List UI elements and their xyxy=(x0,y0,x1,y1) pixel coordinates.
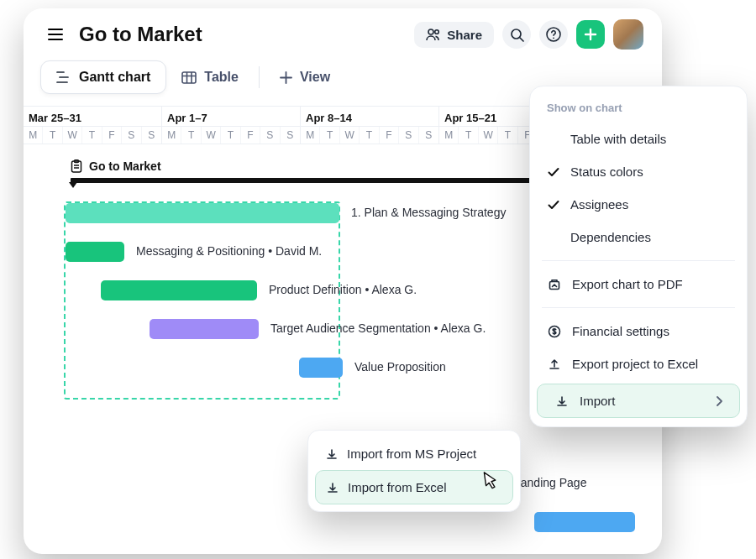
download-icon xyxy=(554,394,570,408)
menu-item-import[interactable]: Import xyxy=(537,384,740,418)
export-pdf-icon xyxy=(547,278,562,291)
download-icon xyxy=(325,447,339,461)
plus-icon xyxy=(584,28,597,41)
day-cell: S xyxy=(419,127,438,144)
user-avatar[interactable] xyxy=(613,19,643,50)
day-cell: T xyxy=(320,127,339,144)
day-cell: T xyxy=(181,127,201,144)
submenu-item-label: Import from Excel xyxy=(348,480,447,494)
day-cell: T xyxy=(43,127,62,144)
plus-outline-icon xyxy=(280,71,292,84)
svg-point-4 xyxy=(553,37,554,39)
pointer-cursor-icon xyxy=(477,468,502,494)
task-label: 1. Plan & Messaging Strategy xyxy=(351,206,506,219)
tab-gantt[interactable]: Gantt chart xyxy=(40,60,166,94)
day-cell: S xyxy=(142,127,161,144)
share-label: Share xyxy=(447,28,482,42)
submenu-item-label: Import from MS Project xyxy=(347,447,476,461)
menu-item-dependencies[interactable]: Dependencies xyxy=(530,221,747,253)
menu-item-assignees[interactable]: Assignees xyxy=(530,188,747,221)
tab-add-view-label: View xyxy=(300,70,330,85)
day-cell: F xyxy=(241,127,260,144)
day-cell: W xyxy=(340,127,360,144)
menu-item-label: Import xyxy=(580,394,616,408)
submenu-item-ms-project[interactable]: Import from MS Project xyxy=(315,437,513,470)
menu-item-label: Export chart to PDF xyxy=(572,277,683,291)
day-cell: T xyxy=(459,127,478,144)
summary-name: Go to Market xyxy=(89,159,161,173)
task-bar[interactable] xyxy=(534,512,635,532)
menu-toggle-button[interactable] xyxy=(42,21,69,48)
task-label: Messaging & Positioning • David M. xyxy=(136,244,322,258)
menu-item-export-pdf[interactable]: Export chart to PDF xyxy=(530,268,747,300)
day-cell: F xyxy=(380,127,399,144)
task-row[interactable] xyxy=(24,509,662,539)
day-cell: S xyxy=(260,127,280,144)
week-label: Mar 25–31 xyxy=(24,107,161,126)
day-cell: M xyxy=(301,127,320,144)
help-icon xyxy=(546,27,561,42)
menu-item-label: Status colors xyxy=(570,165,643,179)
menu-section-label: Show on chart xyxy=(530,98,747,123)
day-cell: F xyxy=(102,127,122,144)
task-bar[interactable] xyxy=(299,358,343,378)
menu-item-financial[interactable]: Financial settings xyxy=(530,315,747,347)
day-cell: T xyxy=(221,127,240,144)
day-cell: T xyxy=(498,127,517,144)
day-cell: S xyxy=(122,127,141,144)
day-cell: T xyxy=(360,127,379,144)
day-cell: S xyxy=(281,127,300,144)
week-col: Apr 1–7 M T W T F S S xyxy=(162,107,301,144)
add-button[interactable] xyxy=(576,20,605,49)
task-bar[interactable] xyxy=(66,203,339,223)
dollar-circle-icon xyxy=(547,325,562,338)
chevron-right-icon xyxy=(716,396,722,406)
week-col: Mar 25–31 M T W T F S S xyxy=(24,107,162,144)
upload-icon xyxy=(547,358,562,371)
day-cell: M xyxy=(24,127,43,144)
day-cell: W xyxy=(63,127,82,144)
search-button[interactable] xyxy=(502,20,531,49)
download-icon xyxy=(326,481,339,494)
menu-item-label: Export project to Excel xyxy=(572,357,698,371)
check-icon xyxy=(547,167,560,177)
svg-rect-5 xyxy=(182,72,196,83)
menu-item-label: Financial settings xyxy=(572,324,669,338)
task-label: Value Proposition xyxy=(354,360,446,374)
day-cell: S xyxy=(399,127,418,144)
tab-divider xyxy=(259,66,260,88)
menu-item-label: Dependencies xyxy=(570,230,651,244)
page-title: Go to Market xyxy=(79,23,202,46)
day-cell: W xyxy=(479,127,498,144)
menu-item-status-colors[interactable]: Status colors xyxy=(530,155,747,188)
tab-table[interactable]: Table xyxy=(166,61,254,93)
menu-item-label: Assignees xyxy=(570,197,628,212)
task-label: Product Definition • Alexa G. xyxy=(269,283,417,296)
tab-table-label: Table xyxy=(204,70,239,85)
tab-gantt-label: Gantt chart xyxy=(79,70,150,85)
task-bar[interactable] xyxy=(66,242,124,262)
people-icon xyxy=(426,28,441,41)
task-label: Landing Page xyxy=(514,476,586,489)
header-actions: Share xyxy=(414,19,643,50)
menu-item-table-details[interactable]: Table with details xyxy=(530,123,747,155)
tab-add-view[interactable]: View xyxy=(265,61,345,93)
menu-item-export-excel[interactable]: Export project to Excel xyxy=(530,347,747,380)
day-cell: M xyxy=(162,127,181,144)
menu-item-label: Table with details xyxy=(570,132,666,146)
context-menu: Show on chart Table with details Status … xyxy=(529,86,748,427)
svg-point-1 xyxy=(435,30,439,34)
svg-point-0 xyxy=(428,29,433,34)
week-label: Apr 8–14 xyxy=(301,107,438,126)
table-icon xyxy=(181,71,197,84)
day-cell: T xyxy=(82,127,102,144)
clipboard-icon xyxy=(71,159,82,173)
check-icon xyxy=(547,200,560,210)
menu-separator xyxy=(542,260,735,261)
task-bar[interactable] xyxy=(150,319,259,339)
svg-point-2 xyxy=(512,29,521,39)
task-bar[interactable] xyxy=(101,280,257,300)
help-button[interactable] xyxy=(539,20,568,49)
week-label: Apr 1–7 xyxy=(162,107,300,126)
share-button[interactable]: Share xyxy=(414,22,494,48)
